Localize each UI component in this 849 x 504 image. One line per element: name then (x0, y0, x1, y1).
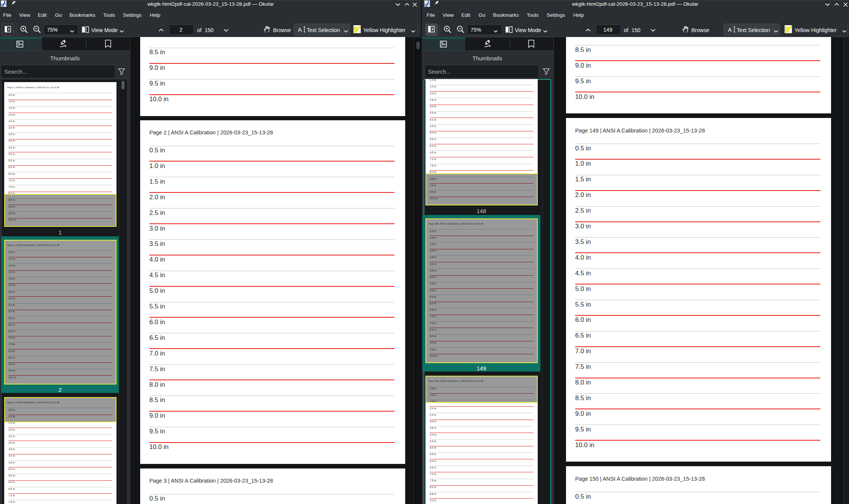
svg-text:A: A (298, 26, 302, 33)
svg-text:A: A (728, 26, 732, 33)
